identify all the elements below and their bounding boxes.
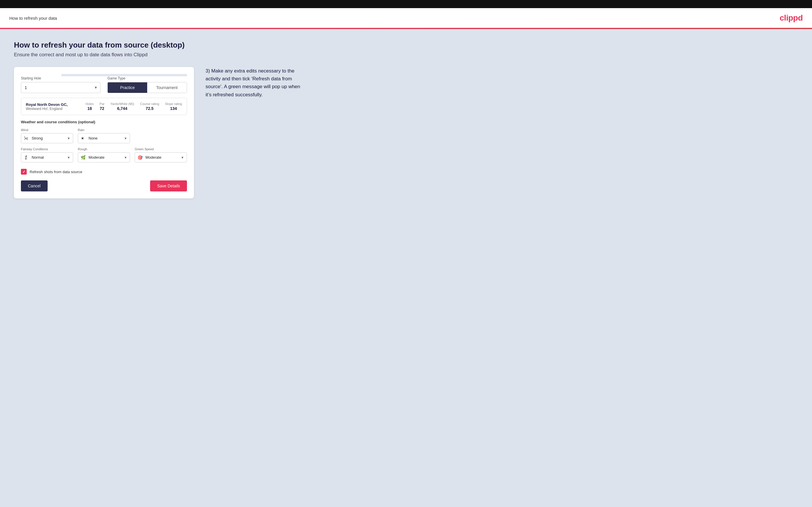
starting-hole-group: Starting Hole 1 10 ▼ — [21, 76, 100, 93]
course-stats: Holes 18 Par 72 Yards/White (M)) 6,744 C… — [86, 102, 182, 111]
fairway-rough-green-row: Fairway Conditions 🏌 Normal Soft Hard ▼ — [21, 147, 187, 162]
green-speed-label: Green Speed — [135, 147, 187, 151]
wind-select[interactable]: Strong None Light Moderate — [21, 133, 73, 143]
wind-rain-row: Wind 🌬 Strong None Light Moderate ▼ — [21, 128, 187, 143]
game-type-group: Game Type Practice Tournament — [107, 76, 187, 93]
stat-par: Par 72 — [100, 102, 104, 111]
tab-preview-item — [21, 74, 61, 76]
rain-group: Rain ☀ None Light Heavy ▼ — [78, 128, 130, 143]
refresh-checkbox-row: Refresh shots from data source — [21, 167, 187, 175]
course-name: Royal North Devon GC, — [26, 102, 68, 107]
save-button[interactable]: Save Details — [150, 180, 187, 191]
top-black-bar — [0, 0, 812, 8]
par-value: 72 — [100, 106, 104, 111]
wind-group: Wind 🌬 Strong None Light Moderate ▼ — [21, 128, 73, 143]
rain-select[interactable]: None Light Heavy — [78, 133, 130, 143]
slope-rating-value: 134 — [165, 106, 182, 111]
page-subheading: Ensure the correct and most up to date d… — [14, 52, 798, 58]
fairway-label: Fairway Conditions — [21, 147, 73, 151]
green-speed-group: Green Speed 🎯 Moderate Slow Fast ▼ — [135, 147, 187, 162]
rain-select-wrapper: ☀ None Light Heavy ▼ — [78, 133, 130, 143]
par-label: Par — [100, 102, 104, 106]
starting-hole-label: Starting Hole — [21, 76, 100, 80]
course-location: Westward Ho!, England — [26, 107, 68, 111]
header-title: How to refresh your data — [9, 16, 57, 20]
holes-value: 18 — [86, 106, 94, 111]
page-heading: How to refresh your data from source (de… — [14, 41, 798, 50]
tournament-button[interactable]: Tournament — [147, 82, 187, 93]
content-layout: Starting Hole 1 10 ▼ Game Type Practice … — [14, 67, 798, 199]
cancel-button[interactable]: Cancel — [21, 180, 48, 191]
stat-yards: Yards/White (M)) 6,744 — [110, 102, 134, 111]
fairway-select-wrapper: 🏌 Normal Soft Hard ▼ — [21, 152, 73, 162]
game-type-buttons: Practice Tournament — [107, 82, 187, 93]
rough-group: Rough 🌿 Moderate Light Heavy ▼ — [78, 147, 130, 162]
side-note: 3) Make any extra edits necessary to the… — [206, 67, 304, 99]
conditions-section: Weather and course conditions (optional)… — [21, 120, 187, 162]
tab-preview-item2 — [63, 74, 86, 76]
rough-label: Rough — [78, 147, 130, 151]
logo: clippd — [780, 13, 803, 22]
form-buttons-row: Cancel Save Details — [21, 180, 187, 191]
starting-hole-select-wrapper: 1 10 ▼ — [21, 82, 100, 93]
course-rating-value: 72.5 — [140, 106, 159, 111]
green-speed-select-wrapper: 🎯 Moderate Slow Fast ▼ — [135, 152, 187, 162]
rough-select[interactable]: Moderate Light Heavy — [78, 152, 130, 162]
fairway-group: Fairway Conditions 🏌 Normal Soft Hard ▼ — [21, 147, 73, 162]
header: How to refresh your data clippd — [0, 8, 812, 29]
green-speed-select[interactable]: Moderate Slow Fast — [135, 152, 187, 162]
fairway-select[interactable]: Normal Soft Hard — [21, 152, 73, 162]
stat-holes: Holes 18 — [86, 102, 94, 111]
side-note-text: 3) Make any extra edits necessary to the… — [206, 67, 304, 99]
game-type-label: Game Type — [107, 76, 187, 80]
conditions-title: Weather and course conditions (optional) — [21, 120, 187, 124]
main-content: How to refresh your data from source (de… — [0, 29, 812, 507]
refresh-checkbox-label: Refresh shots from data source — [30, 170, 82, 174]
slope-rating-label: Slope rating — [165, 102, 182, 106]
form-top-row: Starting Hole 1 10 ▼ Game Type Practice … — [21, 76, 187, 93]
starting-hole-select[interactable]: 1 10 — [21, 82, 100, 93]
rough-select-wrapper: 🌿 Moderate Light Heavy ▼ — [78, 152, 130, 162]
holes-label: Holes — [86, 102, 94, 106]
practice-button[interactable]: Practice — [108, 82, 147, 93]
stat-course-rating: Course rating 72.5 — [140, 102, 159, 111]
course-info-left: Royal North Devon GC, Westward Ho!, Engl… — [26, 102, 68, 111]
yards-value: 6,744 — [110, 106, 134, 111]
yards-label: Yards/White (M)) — [110, 102, 134, 106]
course-rating-label: Course rating — [140, 102, 159, 106]
form-panel: Starting Hole 1 10 ▼ Game Type Practice … — [14, 67, 194, 199]
refresh-checkbox[interactable] — [21, 169, 27, 175]
stat-slope-rating: Slope rating 134 — [165, 102, 182, 111]
wind-select-wrapper: 🌬 Strong None Light Moderate ▼ — [21, 133, 73, 143]
wind-label: Wind — [21, 128, 73, 132]
tab-preview — [21, 74, 187, 76]
rain-label: Rain — [78, 128, 130, 132]
course-info-box: Royal North Devon GC, Westward Ho!, Engl… — [21, 98, 187, 115]
